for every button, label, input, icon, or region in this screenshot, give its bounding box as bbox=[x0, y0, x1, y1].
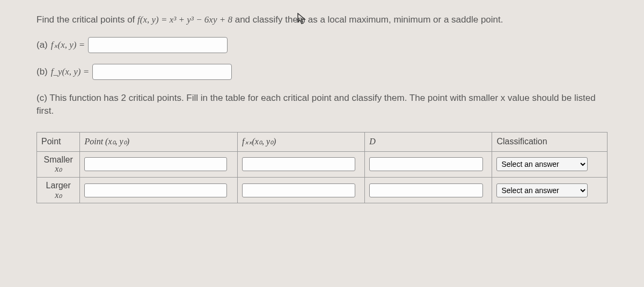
row-label-top-0: Smaller bbox=[44, 155, 73, 164]
classification-select-larger[interactable]: Select an answer bbox=[496, 183, 588, 197]
fxx-input-smaller[interactable] bbox=[242, 157, 355, 171]
point-input-larger[interactable] bbox=[84, 183, 227, 197]
row-label-top-1: Larger bbox=[46, 181, 71, 190]
row-label-larger: Larger x₀ bbox=[37, 177, 80, 203]
fx-input[interactable] bbox=[88, 37, 228, 53]
header-classification: Classification bbox=[492, 133, 608, 151]
classification-select-smaller[interactable]: Select an answer bbox=[496, 157, 588, 171]
critical-points-table-wrap: Point Point (x₀, y₀) fₓₓ(x₀, y₀) D Class… bbox=[36, 132, 608, 203]
fy-input[interactable] bbox=[92, 64, 232, 80]
row-label-bottom-1: x₀ bbox=[55, 190, 62, 200]
part-b: (b) f_y(x, y) = bbox=[36, 64, 608, 80]
part-b-label: (b) bbox=[36, 65, 48, 78]
row-label-bottom-0: x₀ bbox=[55, 164, 62, 173]
problem-function: f(x, y) = x³ + y³ − 6xy + 8 bbox=[137, 14, 232, 25]
header-coord: Point (x₀, y₀) bbox=[84, 137, 129, 146]
d-input-smaller[interactable] bbox=[369, 157, 482, 171]
fxx-input-larger[interactable] bbox=[242, 183, 355, 197]
part-a-label: (a) bbox=[36, 39, 48, 51]
part-b-expr: f_y(x, y) = bbox=[51, 65, 89, 78]
table-row: Larger x₀ Select an answer bbox=[37, 177, 608, 203]
part-a: (a) fₓ(x, y) = bbox=[36, 37, 608, 53]
question-container: Find the critical points of f(x, y) = x³… bbox=[0, 0, 644, 217]
header-fxx: fₓₓ(x₀, y₀) bbox=[242, 137, 276, 146]
problem-intro-pre: Find the critical points of bbox=[36, 14, 137, 25]
problem-statement: Find the critical points of f(x, y) = x³… bbox=[36, 13, 608, 26]
part-c-text: (c) This function has 2 critical points.… bbox=[36, 92, 608, 117]
header-point: Point bbox=[37, 133, 80, 151]
problem-intro-post: and classify them as a local maximum, mi… bbox=[235, 14, 503, 25]
table-row: Smaller x₀ Select an answer bbox=[37, 151, 608, 177]
point-input-smaller[interactable] bbox=[84, 157, 227, 171]
critical-points-table: Point Point (x₀, y₀) fₓₓ(x₀, y₀) D Class… bbox=[36, 132, 608, 203]
row-label-smaller: Smaller x₀ bbox=[37, 151, 80, 177]
d-input-larger[interactable] bbox=[369, 183, 482, 197]
header-d: D bbox=[369, 137, 376, 146]
table-header-row: Point Point (x₀, y₀) fₓₓ(x₀, y₀) D Class… bbox=[37, 133, 608, 151]
part-a-expr: fₓ(x, y) = bbox=[51, 39, 85, 51]
